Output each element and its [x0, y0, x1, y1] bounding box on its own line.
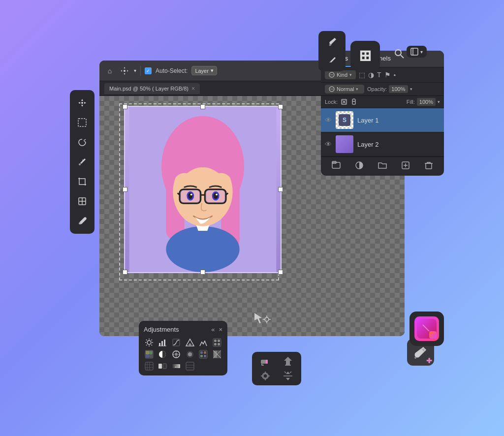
layer-2-thumb	[336, 135, 353, 153]
exposure-adj[interactable]	[185, 338, 195, 347]
svg-rect-10	[411, 48, 418, 55]
blend-mode-dropdown[interactable]: Normal ▾	[325, 85, 364, 93]
colorlookup-adj[interactable]	[198, 350, 209, 359]
move-tool-btn[interactable]	[119, 65, 130, 76]
eyedropper-tool[interactable]	[74, 213, 90, 229]
lock-pixels-icon[interactable]	[341, 98, 347, 105]
layer-item-1[interactable]: 👁 S Layer 1	[321, 108, 444, 132]
new-folder-btn[interactable]	[378, 161, 387, 172]
svg-point-86	[188, 352, 192, 356]
svg-rect-93	[214, 351, 217, 358]
svg-rect-61	[164, 340, 165, 346]
home-button[interactable]: ⌂	[104, 65, 115, 76]
levels-adj[interactable]	[158, 338, 168, 347]
adj-close-btn[interactable]: ×	[219, 326, 222, 333]
handle-middle-left[interactable]	[123, 187, 127, 192]
handle-middle-right[interactable]	[278, 187, 283, 192]
text-icon[interactable]: T	[377, 71, 381, 79]
eraser-btn[interactable]	[256, 356, 275, 367]
handle-top-right[interactable]	[278, 104, 283, 109]
panel-bottom-toolbar	[321, 156, 444, 176]
selection-move-float[interactable]	[250, 309, 279, 329]
adjustment-layer-btn[interactable]	[355, 161, 364, 172]
selectivecolor-adj[interactable]	[185, 362, 195, 371]
pixel-icon[interactable]: ⬚	[359, 71, 365, 79]
ai-icon-float[interactable]	[410, 311, 444, 346]
blackwhite-adj[interactable]	[158, 350, 168, 359]
lock-label: Lock:	[325, 99, 338, 105]
layer-1-visibility[interactable]: 👁	[325, 116, 332, 124]
handle-bottom-right[interactable]	[278, 270, 283, 275]
new-group-btn[interactable]	[332, 161, 341, 172]
svg-point-116	[265, 317, 269, 321]
svg-rect-90	[200, 355, 203, 357]
posterize-adj[interactable]	[144, 362, 155, 371]
colorbalance-adj[interactable]	[144, 350, 155, 359]
vibrance-adj[interactable]	[198, 338, 209, 347]
svg-line-56	[151, 345, 152, 346]
panel-toggle-float[interactable]: ▾	[407, 46, 427, 58]
svg-point-80	[175, 353, 178, 356]
hsl-adj[interactable]	[212, 338, 222, 347]
layer-item-2[interactable]: 👁 Layer 2	[321, 132, 444, 156]
file-tab[interactable]: Main.psd @ 50% ( Layer RGB/8) ×	[104, 83, 200, 94]
distribute-btn[interactable]	[279, 371, 297, 381]
handle-top-left[interactable]	[123, 104, 127, 109]
dot-icon[interactable]: ●	[394, 73, 396, 77]
healing-tool[interactable]	[74, 154, 90, 170]
layer-dropdown[interactable]: Layer ▾	[191, 66, 217, 75]
left-sidebar	[70, 90, 94, 234]
lock-position-icon[interactable]	[350, 98, 357, 105]
canvas-image[interactable]	[124, 106, 282, 273]
handle-bottom-mid[interactable]	[200, 270, 205, 275]
svg-line-2	[84, 139, 86, 141]
svg-rect-106	[266, 360, 268, 364]
svg-rect-75	[146, 354, 149, 358]
svg-rect-41	[352, 101, 355, 104]
svg-rect-71	[214, 343, 217, 345]
svg-line-57	[151, 340, 152, 341]
gradientmap-adj[interactable]	[171, 362, 182, 371]
layer-2-visibility[interactable]: 👁	[325, 140, 332, 148]
brush-tool-float[interactable]	[324, 34, 340, 50]
eraser-tool-float[interactable]	[324, 53, 340, 68]
channelmixer-adj[interactable]	[185, 350, 195, 359]
move-tool[interactable]	[74, 95, 90, 111]
threshold-adj[interactable]	[158, 362, 168, 371]
svg-point-12	[124, 70, 126, 72]
adjustment-icon[interactable]: ◑	[368, 71, 374, 79]
auto-select-checkbox[interactable]: ✓	[145, 67, 152, 74]
opacity-value[interactable]: 100%	[389, 85, 408, 93]
svg-rect-77	[149, 354, 153, 358]
svg-line-55	[146, 340, 147, 341]
app-container: ⊞ ▾ ⌂ ▾ ✓ Auto-Select:	[60, 31, 444, 405]
svg-rect-59	[159, 343, 160, 346]
wand-btn[interactable]	[256, 371, 275, 381]
text-tool-float[interactable]: ⊞	[350, 41, 380, 70]
handle-bottom-left[interactable]	[123, 270, 127, 275]
delete-layer-btn[interactable]	[424, 161, 433, 172]
tab-close-btn[interactable]: ×	[191, 85, 195, 92]
svg-line-115	[284, 372, 286, 373]
curves-adj[interactable]	[171, 338, 182, 347]
crop-tool[interactable]	[74, 174, 90, 189]
lasso-tool[interactable]	[74, 134, 90, 150]
adj-collapse-btn[interactable]: «	[211, 326, 215, 333]
photofilter-adj[interactable]	[171, 350, 182, 359]
shape-icon[interactable]: ⚑	[384, 71, 391, 79]
handle-top-mid[interactable]	[200, 104, 205, 109]
svg-rect-89	[204, 351, 206, 354]
marquee-tool[interactable]	[74, 115, 90, 130]
slice-tool[interactable]	[74, 193, 90, 209]
brightness-adj[interactable]	[144, 338, 155, 347]
svg-point-0	[81, 102, 83, 104]
svg-rect-102	[186, 362, 194, 370]
search-float[interactable]	[394, 48, 405, 62]
stamp-btn[interactable]	[279, 356, 297, 367]
blend-row: Normal ▾ Opacity: 100% ▾	[321, 83, 444, 96]
fill-value[interactable]: 100%	[417, 98, 436, 106]
svg-rect-100	[163, 364, 166, 369]
kind-dropdown[interactable]: Kind ▾	[325, 70, 356, 79]
new-layer-btn[interactable]	[401, 161, 410, 172]
invert-adj[interactable]	[212, 350, 222, 359]
